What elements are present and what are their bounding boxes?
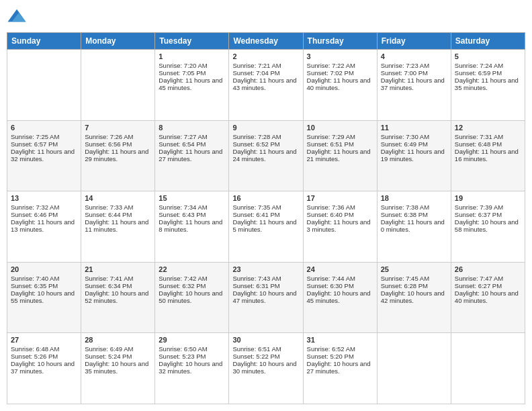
sunrise-text: Sunrise: 7:25 AM <box>11 133 77 140</box>
sunset-text: Sunset: 6:43 PM <box>159 211 225 218</box>
sunset-text: Sunset: 6:52 PM <box>232 140 299 148</box>
sunrise-text: Sunrise: 7:44 AM <box>307 275 373 282</box>
calendar-cell: 5Sunrise: 7:24 AMSunset: 6:59 PMDaylight… <box>451 50 525 121</box>
calendar-cell <box>377 333 451 404</box>
weekday-header: Monday <box>81 33 155 50</box>
day-number: 14 <box>85 194 151 202</box>
sunrise-text: Sunrise: 7:27 AM <box>159 133 225 140</box>
day-number: 21 <box>85 265 151 273</box>
calendar-cell: 31Sunrise: 6:52 AMSunset: 5:20 PMDayligh… <box>303 333 377 404</box>
daylight-text: Daylight: 11 hours and 16 minutes. <box>455 148 521 163</box>
calendar-cell: 1Sunrise: 7:20 AMSunset: 7:05 PMDaylight… <box>155 50 229 121</box>
calendar-table: SundayMondayTuesdayWednesdayThursdayFrid… <box>7 32 525 404</box>
daylight-text: Daylight: 10 hours and 37 minutes. <box>11 360 77 375</box>
daylight-text: Daylight: 11 hours and 3 minutes. <box>307 218 373 233</box>
calendar-cell: 3Sunrise: 7:22 AMSunset: 7:02 PMDaylight… <box>303 50 377 121</box>
day-number: 30 <box>232 336 299 344</box>
daylight-text: Daylight: 10 hours and 47 minutes. <box>232 289 299 304</box>
calendar-week-row: 13Sunrise: 7:32 AMSunset: 6:46 PMDayligh… <box>7 191 525 263</box>
daylight-text: Daylight: 11 hours and 29 minutes. <box>85 148 151 163</box>
sunrise-text: Sunrise: 7:34 AM <box>159 203 225 211</box>
sunrise-text: Sunrise: 6:51 AM <box>232 345 299 353</box>
daylight-text: Daylight: 10 hours and 58 minutes. <box>455 218 521 233</box>
calendar-cell: 6Sunrise: 7:25 AMSunset: 6:57 PMDaylight… <box>7 120 81 191</box>
calendar-cell: 18Sunrise: 7:38 AMSunset: 6:38 PMDayligh… <box>377 191 451 263</box>
calendar-week-row: 20Sunrise: 7:40 AMSunset: 6:35 PMDayligh… <box>7 262 525 333</box>
daylight-text: Daylight: 11 hours and 8 minutes. <box>159 218 225 233</box>
weekday-header: Friday <box>377 33 451 50</box>
day-number: 7 <box>85 124 151 132</box>
calendar-cell <box>81 50 155 121</box>
calendar-cell: 12Sunrise: 7:31 AMSunset: 6:48 PMDayligh… <box>451 120 525 191</box>
daylight-text: Daylight: 11 hours and 37 minutes. <box>381 77 447 91</box>
weekday-header: Thursday <box>303 33 377 50</box>
day-number: 11 <box>381 124 447 132</box>
daylight-text: Daylight: 11 hours and 24 minutes. <box>232 148 299 163</box>
daylight-text: Daylight: 10 hours and 40 minutes. <box>455 289 521 304</box>
day-number: 5 <box>455 52 521 60</box>
calendar-cell: 20Sunrise: 7:40 AMSunset: 6:35 PMDayligh… <box>7 262 81 333</box>
day-number: 1 <box>159 52 225 60</box>
day-number: 8 <box>159 124 225 132</box>
day-number: 31 <box>307 336 373 344</box>
calendar-cell <box>451 333 525 404</box>
day-number: 3 <box>307 52 373 60</box>
day-number: 29 <box>159 336 225 344</box>
sunrise-text: Sunrise: 7:33 AM <box>85 203 151 211</box>
sunrise-text: Sunrise: 7:21 AM <box>232 62 299 69</box>
calendar-cell: 23Sunrise: 7:43 AMSunset: 6:31 PMDayligh… <box>229 262 303 333</box>
day-number: 16 <box>232 194 299 202</box>
calendar-week-row: 6Sunrise: 7:25 AMSunset: 6:57 PMDaylight… <box>7 120 525 191</box>
sunset-text: Sunset: 6:40 PM <box>307 211 373 218</box>
sunset-text: Sunset: 6:48 PM <box>455 140 521 148</box>
sunset-text: Sunset: 5:24 PM <box>85 353 151 360</box>
sunset-text: Sunset: 6:41 PM <box>232 211 299 218</box>
daylight-text: Daylight: 11 hours and 5 minutes. <box>232 218 299 233</box>
calendar-cell: 8Sunrise: 7:27 AMSunset: 6:54 PMDaylight… <box>155 120 229 191</box>
logo <box>7 7 30 27</box>
sunset-text: Sunset: 7:04 PM <box>232 69 299 77</box>
sunrise-text: Sunrise: 7:31 AM <box>455 133 521 140</box>
sunset-text: Sunset: 6:44 PM <box>85 211 151 218</box>
sunrise-text: Sunrise: 7:30 AM <box>381 133 447 140</box>
sunrise-text: Sunrise: 7:47 AM <box>455 275 521 282</box>
day-number: 28 <box>85 336 151 344</box>
calendar-cell: 10Sunrise: 7:29 AMSunset: 6:51 PMDayligh… <box>303 120 377 191</box>
weekday-header: Sunday <box>7 33 81 50</box>
daylight-text: Daylight: 10 hours and 27 minutes. <box>307 360 373 375</box>
calendar-cell: 22Sunrise: 7:42 AMSunset: 6:32 PMDayligh… <box>155 262 229 333</box>
sunset-text: Sunset: 5:22 PM <box>232 353 299 360</box>
calendar-cell: 28Sunrise: 6:49 AMSunset: 5:24 PMDayligh… <box>81 333 155 404</box>
calendar-cell: 26Sunrise: 7:47 AMSunset: 6:27 PMDayligh… <box>451 262 525 333</box>
day-number: 24 <box>307 265 373 273</box>
sunset-text: Sunset: 6:57 PM <box>11 140 77 148</box>
sunrise-text: Sunrise: 7:29 AM <box>307 133 373 140</box>
calendar-cell: 25Sunrise: 7:45 AMSunset: 6:28 PMDayligh… <box>377 262 451 333</box>
daylight-text: Daylight: 11 hours and 13 minutes. <box>11 218 77 233</box>
sunset-text: Sunset: 6:51 PM <box>307 140 373 148</box>
sunset-text: Sunset: 5:20 PM <box>307 353 373 360</box>
sunrise-text: Sunrise: 7:42 AM <box>159 275 225 282</box>
day-number: 20 <box>11 265 77 273</box>
calendar-cell: 13Sunrise: 7:32 AMSunset: 6:46 PMDayligh… <box>7 191 81 263</box>
sunset-text: Sunset: 6:49 PM <box>381 140 447 148</box>
sunset-text: Sunset: 7:05 PM <box>159 69 225 77</box>
sunrise-text: Sunrise: 6:49 AM <box>85 345 151 353</box>
daylight-text: Daylight: 11 hours and 0 minutes. <box>381 218 447 233</box>
sunrise-text: Sunrise: 7:22 AM <box>307 62 373 69</box>
sunrise-text: Sunrise: 7:40 AM <box>11 275 77 282</box>
sunrise-text: Sunrise: 6:48 AM <box>11 345 77 353</box>
sunrise-text: Sunrise: 7:39 AM <box>455 203 521 211</box>
sunset-text: Sunset: 6:38 PM <box>381 211 447 218</box>
calendar-cell: 11Sunrise: 7:30 AMSunset: 6:49 PMDayligh… <box>377 120 451 191</box>
calendar-cell: 9Sunrise: 7:28 AMSunset: 6:52 PMDaylight… <box>229 120 303 191</box>
logo-icon <box>7 7 27 27</box>
sunrise-text: Sunrise: 7:26 AM <box>85 133 151 140</box>
sunrise-text: Sunrise: 7:41 AM <box>85 275 151 282</box>
daylight-text: Daylight: 10 hours and 52 minutes. <box>85 289 151 304</box>
calendar-header-row: SundayMondayTuesdayWednesdayThursdayFrid… <box>7 33 525 50</box>
sunset-text: Sunset: 7:00 PM <box>381 69 447 77</box>
daylight-text: Daylight: 10 hours and 32 minutes. <box>159 360 225 375</box>
day-number: 6 <box>11 124 77 132</box>
calendar-cell <box>7 50 81 121</box>
